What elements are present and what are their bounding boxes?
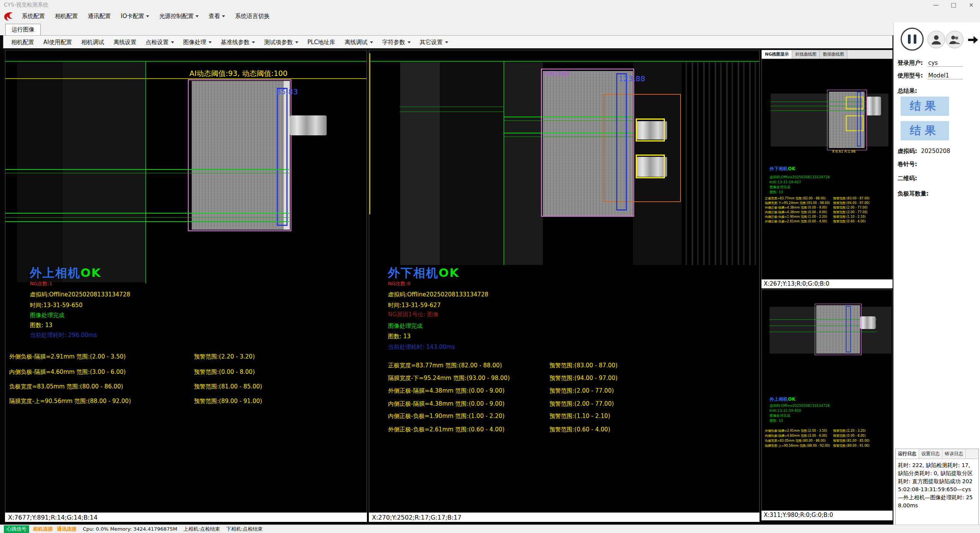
thumb-info-line: 图数: 13 — [770, 190, 783, 195]
title-bar: CYS-视觉检测系统 — □ × — [0, 0, 980, 10]
pause-button[interactable] — [901, 28, 924, 51]
green-measure-hline — [5, 221, 289, 222]
tool-offline-debug[interactable]: 离线调试 — [340, 39, 378, 46]
tool-spot-check-settings[interactable]: 点检设置 — [141, 39, 179, 46]
tool-offline-settings[interactable]: 离线设置 — [109, 39, 141, 46]
yellow-detect-box — [846, 115, 863, 131]
tool-test-item-params[interactable]: 测试项参数 — [260, 39, 303, 46]
status-bar: 心跳信号 相机连接 通讯连接 Cpu: 0.0% Memory: 3424.41… — [0, 525, 980, 533]
measurement-row: 隔膜宽度-下=95.24mm 范围:(93.00 - 98.00) 预警范围:(… — [369, 375, 759, 382]
camera-result-title: 外下相机OK — [388, 265, 459, 281]
tool-label: 相机调试 — [81, 39, 104, 46]
measurement-row: 正极宽度=83.77mm 范围:(82.00 - 88.00) 预警范围:(83… — [369, 362, 759, 370]
cpu-memory-status: Cpu: 0.0% Memory: 3424.41796875M — [83, 526, 177, 532]
pink-roi-box — [815, 304, 862, 355]
tool-other-settings[interactable]: 其它设置 — [415, 39, 453, 46]
tool-camera-config[interactable]: 相机配置 — [7, 39, 39, 46]
ng-thumbnail-lower[interactable]: X:6.61 A:1.98 外下相机OK 虚拟码:Offline20250208… — [761, 59, 893, 280]
tool-label: 相机配置 — [11, 39, 34, 46]
time-label: 时间:13-31-59-650 — [30, 302, 82, 309]
ai-detect-box-label: AI检测框 — [544, 69, 570, 78]
tab-line-curve-chart[interactable]: 折线曲线图 — [792, 50, 820, 59]
thumb-info-line: 图像处理完成 — [770, 413, 790, 418]
measurement-row: 外侧负极-隔膜=2.91mm 范围:(2.00 - 3.50) 预警范围:(2.… — [5, 353, 367, 361]
next-arrow-icon[interactable] — [967, 35, 979, 45]
yellow-reference-hline — [5, 78, 367, 79]
green-measure-hline — [5, 173, 289, 173]
thumb-measure-row: 隔膜宽度-下=95.24mm 范围:(93.00 - 98.00)预警范围:(9… — [762, 201, 892, 205]
tool-char-params[interactable]: 字符参数 — [378, 39, 415, 46]
tab-data-curve-chart[interactable]: 数据曲线图 — [820, 50, 847, 59]
measurement-warning: 预警范围:(0.60 - 4.00) — [549, 426, 610, 433]
tool-label: 图像处理 — [183, 39, 206, 46]
tool-baseline-params[interactable]: 基准线参数 — [216, 39, 260, 46]
tab-run-image[interactable]: 运行图像 — [5, 24, 41, 36]
dropdown-caret-icon — [196, 15, 199, 17]
winding-pin-label: 卷针号: — [898, 161, 917, 168]
login-user-label: 登录用户: — [898, 59, 923, 66]
measurement-value: 外侧负极-隔膜=2.91mm 范围:(2.00 - 3.50) — [9, 353, 126, 360]
camera-name: 外下相机 — [388, 266, 439, 280]
tool-label: 基准线参数 — [221, 39, 250, 46]
measurement-value: 外侧正极-隔膜=4.38mm 范围:(0.00 - 9.00) — [765, 206, 827, 210]
measurement-value: 隔膜宽度-下=95.24mm 范围:(93.00 - 98.00) — [765, 201, 830, 205]
camera-result-title: 外上相机OK — [30, 265, 101, 281]
tool-image-processing[interactable]: 图像处理 — [179, 39, 216, 46]
menu-label: 系统语言切换 — [235, 13, 270, 20]
green-measure-hline — [5, 217, 289, 218]
green-reference-hline — [369, 61, 760, 62]
tab-ng-image-display[interactable]: NG残图显示 — [762, 50, 792, 59]
menu-item-language-switch[interactable]: 系统语言切换 — [230, 10, 275, 22]
maximize-button[interactable]: □ — [945, 0, 962, 10]
metal-tab — [290, 115, 327, 135]
app-window: CYS-视觉检测系统 — □ × 系统配置 相机配置 通讯配置 IO卡配置 光源… — [0, 0, 980, 533]
minimize-button[interactable]: — — [927, 0, 945, 10]
dropdown-caret-icon — [370, 41, 373, 43]
measurement-value: 内侧正极-隔膜=4.38mm 范围:(0.00 - 9.00) — [388, 400, 505, 408]
user-button[interactable] — [927, 31, 945, 48]
tool-label: 其它设置 — [420, 39, 443, 46]
window-controls: — □ × — [927, 0, 980, 10]
measurement-warning: 预警范围:(0.60 - 4.00) — [833, 219, 866, 224]
menu-item-view[interactable]: 查看 — [204, 10, 230, 22]
log-content: 耗时: 222, 缺陷检测耗时: 17, 缺陷分类耗时: 0, 缺陷提取分区耗时… — [896, 459, 978, 512]
tab-run-log[interactable]: 运行日志 — [896, 449, 919, 459]
close-button[interactable]: × — [962, 0, 980, 10]
measurement-value: 正极宽度=83.77mm 范围:(82.00 - 88.00) — [765, 196, 825, 201]
tab-error-log[interactable]: 错误日志 — [942, 449, 966, 459]
ng-thumbnail-upper[interactable]: 外上相机OK 虚拟码:Offline20250208133134728 时间:1… — [761, 290, 893, 511]
measurement-warning: 预警范围:(81.00 - 85.00) — [194, 383, 262, 390]
thumb-info-line: 图像处理完成 — [770, 185, 790, 190]
camera-view-lower[interactable]: AI检测框 123.88 外下相机OK NG次数:0 虚拟码:Offline20… — [369, 50, 760, 513]
measurement-value: 负极宽度=83.05mm 范围:(80.00 - 86.00) — [9, 383, 123, 390]
menu-item-io-card-config[interactable]: IO卡配置 — [116, 10, 154, 22]
tool-plc-address-lib[interactable]: PLC地址库 — [303, 39, 340, 46]
tool-ai-usage-config[interactable]: AI使用配置 — [39, 39, 77, 46]
measurement-row: 内侧负极-隔膜=4.60mm 范围:(3.00 - 6.00) 预警范围:(0.… — [5, 368, 367, 376]
model-row: 使用型号:Model1 — [898, 72, 963, 79]
menu-item-comm-config[interactable]: 通讯配置 — [83, 10, 116, 22]
menu-item-camera-config[interactable]: 相机配置 — [50, 10, 83, 22]
toolbar: 相机配置 AI使用配置 相机调试 离线设置 点检设置 图像处理 基准线参数 测试… — [3, 35, 893, 49]
ng-count-label: NG次数:0 — [388, 280, 410, 287]
measurement-value: 内侧正极-负极=1.90mm 范围:(1.00 - 2.20) — [765, 215, 827, 219]
thumb-measure-row: 正极宽度=83.77mm 范围:(82.00 - 88.00)预警范围:(83.… — [762, 196, 892, 201]
menu-bar: 系统配置 相机配置 通讯配置 IO卡配置 光源控制配置 查看 系统语言切换 — [0, 10, 980, 22]
camera-view-upper[interactable]: AI动态阈值:93, 动态阈值:100 85.83 外上相机OK NG次数:1 … — [5, 50, 367, 513]
measurement-value: 正极宽度=83.77mm 范围:(82.00 - 88.00) — [388, 362, 502, 369]
menu-item-light-control-config[interactable]: 光源控制配置 — [154, 10, 204, 22]
measurement-row: 内侧正极-隔膜=4.38mm 范围:(0.00 - 9.00) 预警范围:(2.… — [369, 400, 759, 408]
menu-label: 光源控制配置 — [159, 13, 194, 20]
heartbeat-status-badge: 心跳信号 — [4, 525, 29, 533]
tool-camera-debug[interactable]: 相机调试 — [77, 39, 109, 46]
measurement-value: 外侧正极-负极=2.61mm 范围:(0.60 - 4.00) — [388, 426, 505, 433]
measurement-value: 内侧正极-负极=1.90mm 范围:(1.00 - 2.20) — [388, 413, 505, 420]
tab-settings-log[interactable]: 设置日志 — [919, 449, 942, 459]
measure-value-label: 85.83 — [276, 87, 298, 96]
measurement-warning: 预警范围:(2.20 - 3.20) — [194, 353, 255, 360]
tool-label: 离线调试 — [345, 39, 368, 46]
menu-item-system-config[interactable]: 系统配置 — [17, 10, 50, 22]
virtual-code-label: 虚拟码: — [898, 148, 917, 155]
blue-measure-box — [616, 73, 627, 211]
users-button[interactable] — [946, 31, 964, 48]
